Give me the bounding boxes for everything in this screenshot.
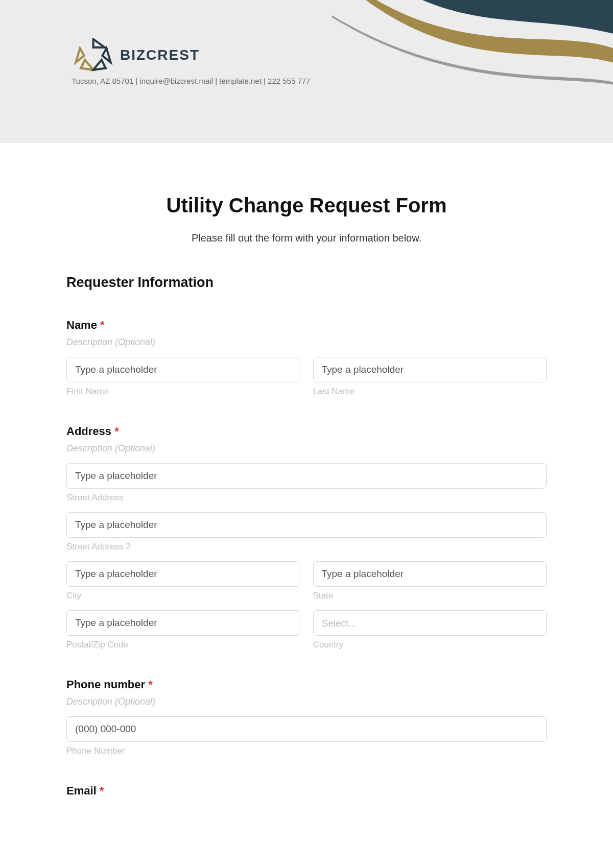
svg-marker-1 — [102, 49, 110, 63]
page-title: Utility Change Request Form — [66, 194, 547, 217]
first-name-input[interactable] — [66, 357, 300, 382]
city-input[interactable] — [66, 561, 300, 587]
form-content: Utility Change Request Form Please fill … — [0, 143, 613, 828]
header-decorative-swoosh — [291, 0, 613, 117]
required-star: * — [114, 425, 119, 438]
last-name-sublabel: Last Name — [313, 387, 547, 397]
required-star: * — [100, 319, 105, 331]
phone-number-input[interactable] — [66, 716, 547, 742]
header-band: BIZCREST Tucson, AZ 85701 | inquire@bizc… — [0, 0, 613, 143]
svg-marker-2 — [76, 49, 84, 63]
page-subtitle: Please fill out the form with your infor… — [66, 232, 547, 244]
required-star: * — [100, 784, 104, 797]
name-label-text: Name — [66, 319, 97, 331]
street-address-input[interactable] — [66, 463, 547, 489]
email-field-block: Email * — [66, 784, 547, 798]
address-label-text: Address — [66, 425, 111, 438]
bizcrest-logo-icon — [72, 38, 115, 71]
name-field-block: Name * Description (Optional) First Name… — [66, 319, 547, 397]
city-sublabel: City — [66, 591, 300, 601]
brand-name: BIZCREST — [120, 47, 200, 63]
phone-description: Description (Optional) — [66, 696, 547, 707]
phone-label-text: Phone number — [66, 678, 145, 691]
svg-marker-3 — [81, 60, 93, 70]
required-star: * — [148, 678, 153, 691]
street-address-2-input[interactable] — [66, 512, 547, 538]
postal-code-sublabel: Postal/Zip Code — [66, 640, 300, 650]
first-name-sublabel: First Name — [66, 387, 300, 397]
section-requester-title: Requester Information — [66, 275, 547, 291]
last-name-input[interactable] — [313, 357, 547, 382]
address-field-block: Address * Description (Optional) Street … — [66, 425, 547, 650]
email-label: Email * — [66, 784, 547, 798]
street-address-2-sublabel: Street Address 2 — [66, 542, 547, 552]
phone-label: Phone number * — [66, 678, 547, 691]
address-label: Address * — [66, 425, 547, 438]
email-label-text: Email — [66, 784, 97, 797]
state-input[interactable] — [313, 561, 547, 587]
name-label: Name * — [66, 319, 547, 332]
svg-marker-0 — [93, 39, 105, 47]
street-address-sublabel: Street Address — [66, 493, 547, 503]
phone-sublabel: Phone Number — [66, 746, 547, 756]
phone-field-block: Phone number * Description (Optional) Ph… — [66, 678, 547, 756]
country-sublabel: Country — [313, 640, 547, 650]
postal-code-input[interactable] — [66, 610, 300, 636]
address-description: Description (Optional) — [66, 443, 547, 454]
country-select[interactable]: Select... — [313, 610, 547, 636]
name-description: Description (Optional) — [66, 337, 547, 348]
state-sublabel: State — [313, 591, 547, 601]
svg-marker-4 — [93, 60, 106, 70]
